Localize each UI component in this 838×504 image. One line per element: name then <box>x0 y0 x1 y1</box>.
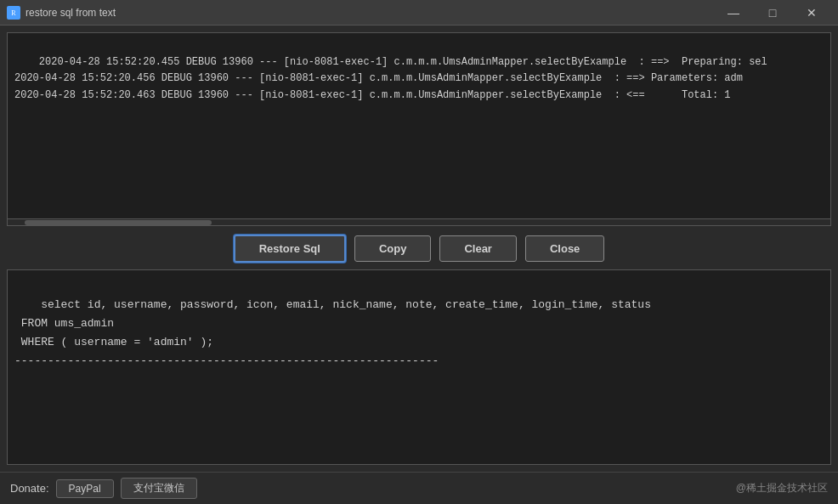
log-line-3: 2020-04-28 15:52:20.463 DEBUG 13960 --- … <box>14 89 731 101</box>
clear-button[interactable]: Clear <box>439 235 517 262</box>
main-content: 2020-04-28 15:52:20.455 DEBUG 13960 --- … <box>0 25 838 472</box>
scrollbar-thumb <box>25 220 212 225</box>
donate-label: Donate: <box>10 482 49 495</box>
sql-output-area[interactable]: select id, username, password, icon, ema… <box>7 269 831 465</box>
close-button[interactable]: ✕ <box>792 0 831 25</box>
log-line-2: 2020-04-28 15:52:20.456 DEBUG 13960 --- … <box>14 72 743 84</box>
button-row: Restore Sql Copy Clear Close <box>7 228 831 269</box>
footer: Donate: PayPal 支付宝微信 @稀土掘金技术社区 <box>0 472 838 504</box>
log-line-1: 2020-04-28 15:52:20.455 DEBUG 13960 --- … <box>39 56 767 68</box>
app-icon: R <box>7 6 20 20</box>
window-controls: — □ ✕ <box>714 0 831 25</box>
title-bar: R restore sql from text — □ ✕ <box>0 0 838 25</box>
alipay-button[interactable]: 支付宝微信 <box>121 478 197 499</box>
maximize-button[interactable]: □ <box>753 0 792 25</box>
horizontal-scrollbar[interactable] <box>7 219 831 226</box>
window-title: restore sql from text <box>25 7 714 19</box>
watermark: @稀土掘金技术社区 <box>736 481 828 496</box>
sql-content: select id, username, password, icon, ema… <box>14 298 651 367</box>
log-area[interactable]: 2020-04-28 15:52:20.455 DEBUG 13960 --- … <box>7 32 831 219</box>
svg-text:R: R <box>11 9 16 17</box>
copy-button[interactable]: Copy <box>354 235 432 262</box>
minimize-button[interactable]: — <box>714 0 753 25</box>
paypal-button[interactable]: PayPal <box>56 479 114 498</box>
restore-sql-button[interactable]: Restore Sql <box>234 235 346 263</box>
close-dialog-button[interactable]: Close <box>525 235 604 262</box>
donate-section: Donate: PayPal 支付宝微信 <box>10 478 197 499</box>
